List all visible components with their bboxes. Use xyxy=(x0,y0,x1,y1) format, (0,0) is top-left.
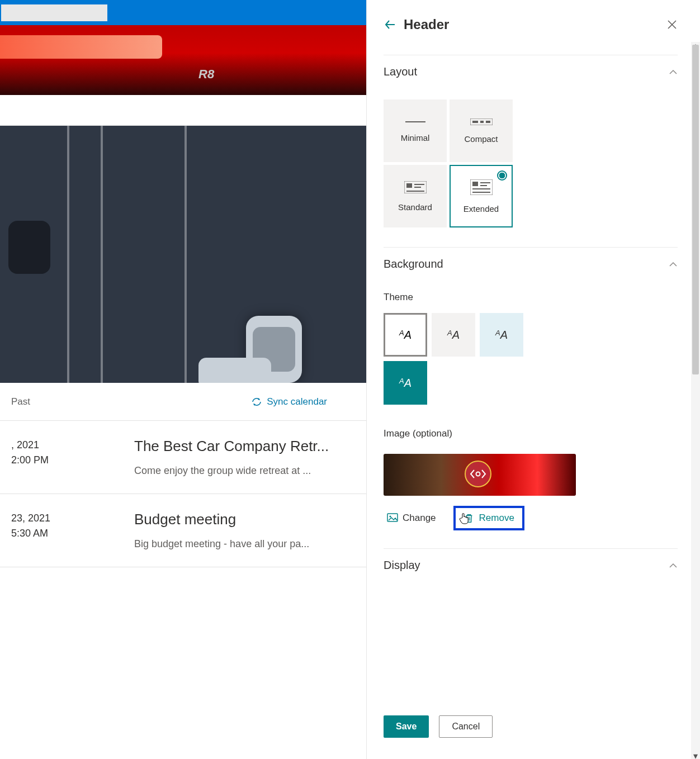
layout-option-compact[interactable]: Compact xyxy=(450,99,513,162)
layout-section-header[interactable]: Layout xyxy=(384,55,678,88)
event-body: Budget meeting Big budget meeting - have… xyxy=(134,511,355,550)
panel-title: Header xyxy=(404,17,666,32)
event-title: The Best Car Company Retr... xyxy=(134,438,355,455)
cursor-hand-icon xyxy=(459,513,469,526)
image-label: Image (optional) xyxy=(384,417,678,449)
events-toolbar: Past Sync calendar xyxy=(0,383,366,421)
main-content: R8 Past Sync calendar , 2021 2:00 PM The… xyxy=(0,0,366,759)
scroll-down-arrow-icon[interactable]: ▾ xyxy=(692,752,699,759)
hero-image xyxy=(0,126,366,383)
panel-header: Header xyxy=(384,0,678,55)
save-button[interactable]: Save xyxy=(384,715,429,738)
svg-point-18 xyxy=(389,515,391,517)
change-label: Change xyxy=(403,513,436,524)
cancel-button[interactable]: Cancel xyxy=(439,715,493,738)
svg-rect-13 xyxy=(480,185,487,186)
remove-label: Remove xyxy=(479,513,514,524)
layout-option-extended[interactable]: Extended xyxy=(450,165,513,227)
event-time-line: 2:00 PM xyxy=(11,453,117,468)
display-section-header[interactable]: Display xyxy=(384,548,678,582)
event-date: , 2021 2:00 PM xyxy=(11,438,117,477)
event-time-line: 5:30 AM xyxy=(11,526,117,541)
background-section-header[interactable]: Background xyxy=(384,247,678,281)
svg-rect-14 xyxy=(472,188,490,189)
layout-options-grid: Minimal Compact Standard Extended xyxy=(384,88,678,247)
panel-footer: Save Cancel xyxy=(384,715,493,738)
back-arrow-icon[interactable] xyxy=(384,18,397,31)
event-body: The Best Car Company Retr... Come enjoy … xyxy=(134,438,355,477)
top-bar-field[interactable] xyxy=(1,4,107,21)
event-title: Budget meeting xyxy=(134,511,355,528)
theme-swatch-grid: AA AA AA AA xyxy=(384,313,529,417)
svg-rect-6 xyxy=(406,183,412,188)
svg-point-16 xyxy=(476,472,480,476)
layout-opt-label: Extended xyxy=(463,204,499,214)
display-section-title: Display xyxy=(384,559,420,572)
layout-option-standard[interactable]: Standard xyxy=(384,165,447,227)
svg-rect-9 xyxy=(406,191,424,192)
spacer-row xyxy=(0,95,366,126)
header-image-preview[interactable] xyxy=(384,454,576,496)
sync-calendar-button[interactable]: Sync calendar xyxy=(251,396,355,407)
sync-icon xyxy=(251,396,262,407)
chevron-up-icon xyxy=(669,561,678,570)
event-date-line: , 2021 xyxy=(11,438,117,453)
theme-label: Theme xyxy=(384,281,678,313)
car-graphic xyxy=(8,221,50,274)
svg-rect-11 xyxy=(472,182,478,186)
svg-rect-12 xyxy=(480,182,490,183)
extended-layout-icon xyxy=(470,179,493,195)
layout-section-title: Layout xyxy=(384,65,417,78)
layout-opt-label: Standard xyxy=(398,202,432,212)
layout-opt-label: Minimal xyxy=(401,133,430,143)
svg-rect-8 xyxy=(414,187,421,188)
svg-rect-0 xyxy=(405,121,425,122)
events-past-tab[interactable]: Past xyxy=(11,396,30,407)
close-icon[interactable] xyxy=(666,19,678,30)
event-desc: Come enjoy the group wide retreat at ... xyxy=(134,465,355,477)
banner-light-streak xyxy=(0,35,162,59)
change-image-button[interactable]: Change xyxy=(384,510,439,526)
image-actions: Change Remove xyxy=(384,506,678,530)
theme-swatch-1[interactable]: AA xyxy=(384,313,427,357)
svg-rect-2 xyxy=(472,121,478,123)
banner-badge-text: R8 xyxy=(198,67,214,82)
svg-rect-4 xyxy=(486,121,490,123)
chevron-up-icon xyxy=(669,260,678,269)
picture-icon xyxy=(387,513,398,523)
sync-calendar-label: Sync calendar xyxy=(267,396,327,407)
header-settings-panel: ▴ ▾ Header Layout Minimal xyxy=(366,0,700,759)
svg-rect-15 xyxy=(472,192,490,193)
site-banner: R8 xyxy=(0,25,366,95)
layout-opt-label: Compact xyxy=(464,134,498,144)
event-date-line: 23, 2021 xyxy=(11,511,117,526)
theme-swatch-2[interactable]: AA xyxy=(432,313,475,357)
theme-swatch-3[interactable]: AA xyxy=(480,313,523,357)
lane-marker xyxy=(67,126,69,383)
chevron-up-icon xyxy=(669,68,678,77)
background-section-title: Background xyxy=(384,258,443,271)
event-desc: Big budget meeting - have all your pa... xyxy=(134,538,355,550)
compact-layout-icon xyxy=(470,118,493,125)
lane-marker xyxy=(185,126,187,383)
event-date: 23, 2021 5:30 AM xyxy=(11,511,117,550)
lane-marker xyxy=(101,126,103,383)
car-graphic xyxy=(198,358,271,383)
minimal-layout-icon xyxy=(405,120,425,124)
layout-option-minimal[interactable]: Minimal xyxy=(384,99,447,162)
event-row[interactable]: 23, 2021 5:30 AM Budget meeting Big budg… xyxy=(0,494,366,567)
theme-swatch-4[interactable]: AA xyxy=(384,361,427,405)
remove-image-button[interactable]: Remove xyxy=(453,506,524,530)
svg-rect-7 xyxy=(414,184,424,185)
event-row[interactable]: , 2021 2:00 PM The Best Car Company Retr… xyxy=(0,421,366,494)
standard-layout-icon xyxy=(404,181,427,193)
svg-rect-3 xyxy=(480,121,484,123)
focal-point-handle-icon[interactable] xyxy=(465,461,491,487)
scrollbar-thumb[interactable] xyxy=(692,45,699,374)
top-command-bar xyxy=(0,0,366,25)
